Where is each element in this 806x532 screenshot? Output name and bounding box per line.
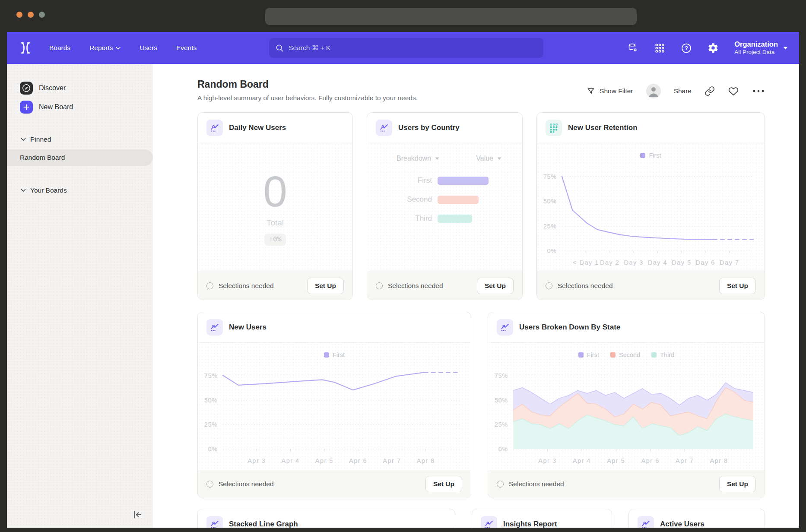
- chevron-down-icon: [116, 47, 121, 50]
- kpi-value: 0: [263, 170, 287, 213]
- apps-grid-icon[interactable]: [654, 42, 665, 54]
- nav-item-users[interactable]: Users: [140, 44, 157, 52]
- card-body: Breakdown Value First: [367, 143, 522, 272]
- search-input[interactable]: Search ⌘ + K: [269, 38, 543, 58]
- show-filter-button[interactable]: Show Filter: [587, 87, 633, 95]
- svg-text:Apr 4: Apr 4: [573, 457, 591, 464]
- svg-text:Apr 7: Apr 7: [676, 457, 694, 464]
- app-frame: Boards Reports Users Events Search ⌘ + K: [7, 32, 799, 528]
- card-header: Active Users: [629, 509, 765, 528]
- favorite-heart-icon[interactable]: [728, 86, 739, 96]
- svg-text:< Day 1: < Day 1: [573, 259, 599, 266]
- page-header: Random Board A high-level summary of use…: [197, 79, 765, 102]
- board-name: Random Board: [20, 154, 65, 162]
- set-up-button[interactable]: Set Up: [307, 278, 344, 294]
- svg-text:Apr 6: Apr 6: [349, 457, 367, 464]
- kpi-delta-badge: ↑0%: [264, 234, 286, 246]
- card-daily-new-users: Daily New Users 0 Total ↑0% Selections n…: [197, 112, 353, 300]
- card-header: Stacked Line Graph: [198, 509, 455, 528]
- window-control-2[interactable]: [28, 12, 34, 18]
- window-control-3[interactable]: [39, 12, 45, 18]
- status-text: Selections needed: [497, 480, 564, 488]
- insights-chart-icon: [206, 516, 223, 528]
- org-switcher[interactable]: Organization All Project Data: [734, 40, 788, 56]
- svg-text:Day 7: Day 7: [720, 259, 739, 266]
- nav-item-events[interactable]: Events: [176, 44, 197, 52]
- copy-link-icon[interactable]: [704, 86, 715, 96]
- status-circle-icon: [206, 481, 213, 488]
- mixpanel-logo-icon[interactable]: [18, 41, 33, 55]
- card-header: New Users: [198, 312, 471, 343]
- data-management-icon[interactable]: [627, 42, 638, 54]
- share-label: Share: [674, 87, 692, 95]
- org-name: Organization: [734, 40, 778, 49]
- card-users-by-state: Users Broken Down By State 75%50%25%0%Ap…: [488, 312, 765, 498]
- bar: [438, 196, 479, 204]
- card-footer: Selections needed Set Up: [198, 272, 352, 300]
- top-nav: Boards Reports Users Events Search ⌘ + K: [7, 32, 799, 64]
- card-insights-report: Insights Report: [472, 509, 612, 528]
- main-content: Random Board A high-level summary of use…: [153, 64, 799, 528]
- insights-chart-icon: [638, 516, 654, 528]
- sidebar-collapse-button[interactable]: [131, 509, 143, 521]
- header-actions: Show Filter Share: [587, 84, 765, 98]
- svg-text:Apr 3: Apr 3: [538, 457, 556, 464]
- svg-text:Day 3: Day 3: [624, 259, 643, 266]
- card-body: 0 Total ↑0%: [198, 143, 352, 272]
- help-icon[interactable]: ?: [681, 42, 692, 54]
- cards-row-1: Daily New Users 0 Total ↑0% Selections n…: [197, 112, 765, 300]
- settings-gear-icon[interactable]: [708, 42, 719, 54]
- page-title: Random Board: [197, 79, 418, 90]
- card-title: Users Broken Down By State: [519, 323, 620, 332]
- svg-text:Day 2: Day 2: [600, 259, 619, 266]
- insights-chart-icon: [481, 516, 497, 528]
- card-header: New User Retention: [537, 113, 765, 143]
- share-button[interactable]: Share: [674, 87, 692, 95]
- new-users-line-chart: 75%50%25%0%Apr 3Apr 4Apr 5Apr 6Apr 7Apr …: [198, 343, 471, 470]
- svg-text:Apr 4: Apr 4: [281, 457, 299, 464]
- sidebar-item-discover[interactable]: Discover: [7, 79, 153, 98]
- window-controls: [16, 12, 45, 18]
- search-placeholder: Search ⌘ + K: [289, 44, 330, 52]
- card-users-by-country: Users by Country Breakdown Value: [367, 112, 523, 300]
- sidebar-item-new-board[interactable]: New Board: [7, 98, 153, 117]
- sidebar-section-your-boards[interactable]: Your Boards: [7, 185, 153, 196]
- sidebar-section-pinned[interactable]: Pinned: [7, 134, 153, 145]
- insights-chart-icon: [206, 319, 223, 336]
- content-frame: Discover New Board Pinned Random Board: [7, 64, 799, 528]
- set-up-button[interactable]: Set Up: [425, 476, 462, 492]
- retention-line-chart: 75%50%25%0%< Day 1Day 2Day 3Day 4Day 5Da…: [537, 143, 765, 272]
- bar-row: Second: [367, 195, 522, 204]
- svg-text:25%: 25%: [204, 421, 218, 428]
- more-options-icon[interactable]: [752, 89, 765, 93]
- status-circle-icon: [376, 282, 383, 289]
- retention-grid-icon: [546, 120, 562, 136]
- breakdown-dropdown[interactable]: Breakdown: [397, 155, 439, 162]
- svg-text:50%: 50%: [204, 397, 218, 404]
- window-control-1[interactable]: [16, 12, 22, 18]
- chevron-down-icon: [21, 138, 26, 141]
- avatar[interactable]: [646, 84, 661, 98]
- bar: [438, 177, 489, 185]
- url-bar[interactable]: [265, 8, 637, 25]
- nav-item-label: Users: [140, 44, 157, 52]
- card-body: 75%50%25%0%Apr 3Apr 4Apr 5Apr 6Apr 7Apr …: [488, 343, 765, 470]
- value-dropdown[interactable]: Value: [476, 155, 501, 162]
- set-up-button[interactable]: Set Up: [719, 476, 756, 492]
- nav-item-boards[interactable]: Boards: [49, 44, 70, 52]
- chevron-down-icon: [21, 189, 26, 192]
- set-up-button[interactable]: Set Up: [719, 278, 756, 294]
- set-up-button[interactable]: Set Up: [477, 278, 514, 294]
- card-header: Daily New Users: [198, 113, 352, 143]
- card-new-user-retention: New User Retention 75%50%25%0%< Day 1Day…: [536, 112, 765, 300]
- sidebar-item-random-board[interactable]: Random Board: [7, 149, 153, 166]
- nav-item-reports[interactable]: Reports: [89, 44, 121, 52]
- status-circle-icon: [206, 282, 213, 289]
- card-title: Active Users: [660, 520, 704, 528]
- status-text: Selections needed: [546, 282, 613, 290]
- chevron-down-icon: [783, 47, 788, 50]
- svg-text:75%: 75%: [204, 372, 218, 379]
- status-text: Selections needed: [206, 480, 274, 488]
- bar-label: First: [367, 176, 438, 185]
- svg-text:25%: 25%: [495, 421, 508, 428]
